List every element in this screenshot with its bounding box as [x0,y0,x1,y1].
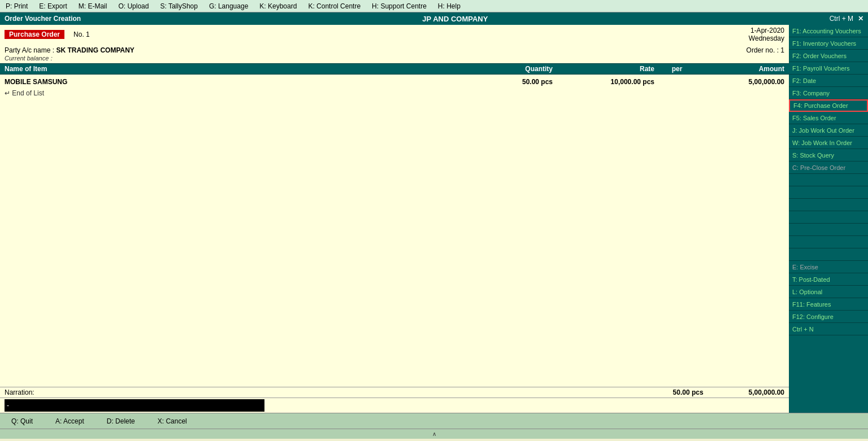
sidebar-item-job-work-out-order[interactable]: J: Job Work Out Order [789,124,868,137]
menu-help[interactable]: H: Help [432,1,466,11]
action-cancel[interactable]: X: Cancel [146,415,198,427]
title-bar: Order Voucher Creation JP AND COMPANY Ct… [0,12,868,25]
party-info: Party A/c name : SK TRADING COMPANY Curr… [0,44,789,63]
table-row[interactable]: MOBILE SAMSUNG 50.00 pcs 10,000.00 pcs 5… [5,77,784,87]
sidebar-item-blank1 [789,174,868,186]
sidebar-item-pre-close-order[interactable]: C: Pre-Close Order [789,161,868,174]
item-per [654,78,700,86]
item-name: MOBILE SAMSUNG [5,78,451,86]
sidebar-item-accounting-vouchers[interactable]: F1: Accounting Vouchers [789,25,868,37]
order-no-label: Order no. [747,46,775,54]
header-name: Name of Item [5,65,451,73]
menu-export[interactable]: E: Export [33,1,72,11]
party-name-value[interactable]: SK TRADING COMPANY [56,46,134,54]
sidebar-item-configure[interactable]: F12: Configure [789,311,868,323]
sidebar-item-purchase-order[interactable]: F4: Purchase Order [789,99,868,112]
sidebar-item-order-vouchers[interactable]: F2: Order Vouchers [789,50,868,62]
order-no-value[interactable]: 1 [780,46,784,54]
sidebar-item-job-work-in-order[interactable]: W: Job Work In Order [789,137,868,149]
header-quantity: Quantity [451,65,553,73]
menu-tallyshop[interactable]: S: TallyShop [154,1,203,11]
main-layout: Purchase Order No. 1 1-Apr-2020 Wednesda… [0,25,868,413]
sidebar-item-sales-order[interactable]: F5: Sales Order [789,112,868,124]
menu-supportcentre[interactable]: H: Support Centre [366,1,432,11]
header-per: per [654,65,700,73]
menu-email[interactable]: M: E-Mail [73,1,113,11]
menu-upload[interactable]: O: Upload [112,1,154,11]
voucher-type-badge[interactable]: Purchase Order [5,30,64,39]
voucher-number: No. 1 [73,30,90,38]
sidebar-item-post-dated[interactable]: T: Post-Dated [789,273,868,286]
sidebar-item-blank3 [789,199,868,211]
top-menu-bar: P: Print E: Export M: E-Mail O: Upload S… [0,0,868,12]
narration-input[interactable] [5,399,264,412]
right-sidebar: F1: Accounting Vouchers F1: Inventory Vo… [789,25,868,413]
item-amount: 5,00,000.00 [700,78,784,86]
menu-controlcentre[interactable]: K: Control Centre [302,1,366,11]
company-name: JP AND COMPANY [81,15,830,23]
header-rate: Rate [553,65,654,73]
sidebar-item-stock-query[interactable]: S: Stock Query [789,149,868,161]
sidebar-item-payroll-vouchers[interactable]: F1: Payroll Vouchers [789,62,868,75]
action-accept[interactable]: A: Accept [44,415,96,427]
title-bar-right: Ctrl + M ✕ [830,15,863,23]
narration-label: Narration: [5,388,34,396]
menu-language[interactable]: G: Language [203,1,254,11]
sidebar-item-company[interactable]: F3: Company [789,87,868,99]
sidebar-item-blank5 [789,224,868,236]
total-amount: 5,00,000.00 [749,388,784,396]
total-quantity: 50.00 pcs [673,388,704,396]
action-delete[interactable]: D: Delete [96,415,146,427]
current-balance-label: Current balance [5,55,49,62]
end-of-list: ↵ End of List [5,87,784,99]
scroll-indicator[interactable]: ∧ [0,429,868,439]
sidebar-item-blank7 [789,248,868,261]
party-left: Party A/c name : SK TRADING COMPANY Curr… [5,46,134,62]
table-body: MOBILE SAMSUNG 50.00 pcs 10,000.00 pcs 5… [0,75,789,387]
sidebar-item-inventory-vouchers[interactable]: F1: Inventory Vouchers [789,37,868,50]
keyboard-shortcut: Ctrl + M [830,15,853,23]
action-quit[interactable]: Q: Quit [0,415,44,427]
scroll-arrow-icon: ∧ [432,431,436,437]
item-quantity: 50.00 pcs [451,78,553,86]
window-title: Order Voucher Creation [5,15,81,23]
party-right: Order no. : 1 [747,46,784,62]
content-area: Purchase Order No. 1 1-Apr-2020 Wednesda… [0,25,789,413]
voucher-date: 1-Apr-2020 Wednesday [749,27,784,42]
item-rate: 10,000.00 pcs [553,78,654,86]
sidebar-item-features[interactable]: F11: Features [789,298,868,311]
sidebar-item-blank2 [789,186,868,199]
menu-print[interactable]: P: Print [0,1,33,11]
voucher-header-row: Purchase Order No. 1 1-Apr-2020 Wednesda… [0,25,789,44]
header-amount: Amount [700,65,784,73]
narration-area [0,398,789,413]
close-button[interactable]: ✕ [858,15,863,23]
sidebar-item-blank6 [789,236,868,248]
sidebar-item-optional[interactable]: L: Optional [789,286,868,298]
party-label: Party A/c name [5,46,50,54]
table-header: Name of Item Quantity Rate per Amount [0,63,789,75]
sidebar-item-blank4 [789,211,868,224]
sidebar-item-excise[interactable]: E: Excise [789,261,868,273]
menu-keyboard[interactable]: K: Keyboard [254,1,302,11]
current-balance-sep: : [51,55,53,62]
bottom-bar: Q: Quit A: Accept D: Delete X: Cancel [0,413,868,429]
sidebar-item-date[interactable]: F2: Date [789,75,868,87]
sidebar-item-ctrl-n[interactable]: Ctrl + N [789,323,868,335]
